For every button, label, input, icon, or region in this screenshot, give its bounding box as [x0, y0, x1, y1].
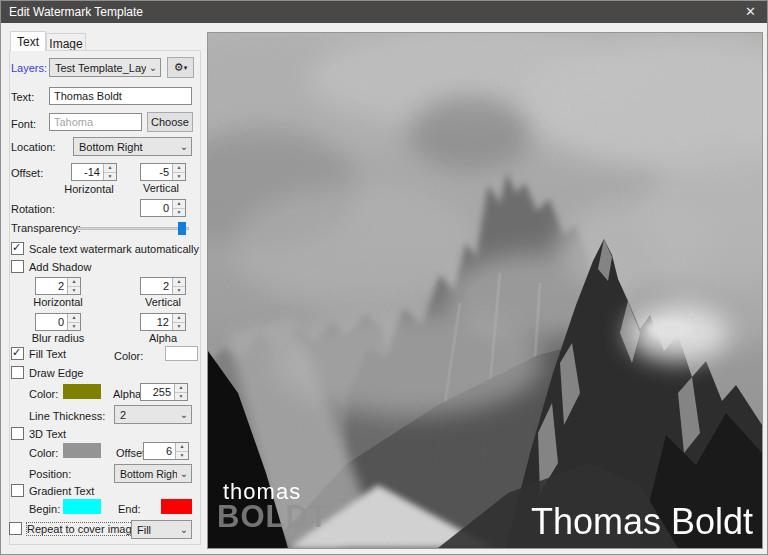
spin-down-icon[interactable]: ▼ [68, 323, 80, 331]
rotation-spinner[interactable]: 0 ▲ ▼ [140, 199, 186, 217]
spin-down-icon[interactable]: ▼ [173, 323, 185, 331]
chevron-down-icon: ⌄ [177, 142, 191, 152]
gradient-begin-label: Begin: [29, 503, 60, 515]
fill-text-checkbox[interactable]: ✓ Fill Text [11, 347, 66, 360]
line-thickness-dropdown[interactable]: 2 ⌄ [114, 405, 192, 424]
offset-horizontal-spinner[interactable]: -14 ▲ ▼ [71, 163, 117, 181]
rotation-label: Rotation: [11, 203, 55, 215]
edge-color-label: Color: [29, 388, 58, 400]
shadow-horizontal-caption: Horizontal [30, 296, 86, 308]
spin-up-icon[interactable]: ▲ [173, 314, 185, 323]
shadow-vertical-value: 2 [141, 278, 172, 294]
fill-text-label: Fill Text [29, 348, 66, 360]
draw-edge-checkbox[interactable]: ✓ Draw Edge [11, 366, 83, 379]
checkbox-box[interactable]: ✓ [11, 484, 24, 497]
spinner-buttons: ▲ ▼ [67, 314, 80, 330]
chevron-down-icon: ⌄ [146, 63, 160, 73]
gradient-text-checkbox[interactable]: ✓ Gradient Text [11, 484, 94, 497]
checkbox-box[interactable]: ✓ [9, 522, 22, 535]
chevron-down-icon: ⌄ [177, 410, 191, 420]
add-shadow-checkbox[interactable]: ✓ Add Shadow [11, 260, 91, 273]
spin-up-icon[interactable]: ▲ [173, 164, 185, 173]
three-d-color-swatch[interactable] [63, 443, 101, 458]
slider-track [77, 227, 189, 230]
gradient-end-label: End: [118, 503, 141, 515]
slider-handle[interactable] [178, 222, 186, 235]
spin-down-icon[interactable]: ▼ [173, 173, 185, 181]
fill-color-swatch[interactable] [165, 346, 198, 361]
layers-label: Layers: [11, 62, 47, 74]
repeat-to-cover-label: Repeat to cover image [27, 523, 138, 535]
spin-down-icon[interactable]: ▼ [175, 393, 187, 401]
spinner-buttons: ▲ ▼ [172, 314, 185, 330]
spin-down-icon[interactable]: ▼ [104, 173, 116, 181]
scale-watermark-checkbox[interactable]: ✓ Scale text watermark automatically [11, 242, 199, 255]
text-label: Text: [11, 91, 34, 103]
checkbox-box[interactable]: ✓ [11, 242, 24, 255]
scale-watermark-label: Scale text watermark automatically [29, 243, 199, 255]
spin-up-icon[interactable]: ▲ [68, 314, 80, 323]
edge-color-swatch[interactable] [63, 384, 101, 399]
spinner-buttons: ▲ ▼ [175, 443, 188, 459]
spin-up-icon[interactable]: ▲ [104, 164, 116, 173]
spin-down-icon[interactable]: ▼ [173, 209, 185, 217]
check-icon: ✓ [12, 346, 21, 359]
checkbox-box[interactable]: ✓ [11, 366, 24, 379]
offset-vertical-value: -5 [141, 164, 172, 180]
line-thickness-label: Line Thickness: [29, 410, 105, 422]
three-d-text-checkbox[interactable]: ✓ 3D Text [11, 427, 66, 440]
repeat-mode-dropdown[interactable]: Fill ⌄ [131, 520, 192, 539]
shadow-alpha-spinner[interactable]: 12 ▲ ▼ [140, 313, 186, 331]
shadow-vertical-spinner[interactable]: 2 ▲ ▼ [140, 277, 186, 295]
dropdown-arrow-icon: ▾ [184, 64, 188, 72]
rotation-value: 0 [141, 200, 172, 216]
repeat-to-cover-checkbox[interactable]: ✓ Repeat to cover image [9, 522, 138, 535]
spin-up-icon[interactable]: ▲ [176, 443, 188, 452]
watermark-text-input[interactable] [49, 87, 192, 105]
edge-alpha-spinner[interactable]: 255 ▲ ▼ [140, 383, 188, 401]
blur-radius-caption: Blur radius [30, 332, 86, 344]
repeat-mode-value: Fill [132, 524, 177, 536]
spin-up-icon[interactable]: ▲ [173, 200, 185, 209]
layer-options-button[interactable]: ⚙ ▾ [167, 57, 194, 78]
checkbox-box[interactable]: ✓ [11, 347, 24, 360]
three-d-text-label: 3D Text [29, 428, 66, 440]
spin-up-icon[interactable]: ▲ [173, 278, 185, 287]
spin-down-icon[interactable]: ▼ [68, 287, 80, 295]
gradient-end-swatch[interactable] [161, 499, 192, 514]
spin-up-icon[interactable]: ▲ [68, 278, 80, 287]
mountain-photo [208, 33, 762, 548]
line-thickness-value: 2 [115, 409, 177, 421]
shadow-vertical-caption: Vertical [135, 296, 191, 308]
spinner-buttons: ▲ ▼ [172, 200, 185, 216]
transparency-slider[interactable] [77, 221, 189, 236]
checkbox-box[interactable]: ✓ [11, 260, 24, 273]
font-input[interactable] [49, 113, 142, 131]
location-dropdown[interactable]: Bottom Right ⌄ [73, 137, 192, 156]
position-dropdown[interactable]: Bottom Right ⌄ [114, 464, 192, 483]
three-d-offset-spinner[interactable]: 6 ▲ ▼ [143, 442, 189, 460]
spin-down-icon[interactable]: ▼ [176, 452, 188, 460]
offset-label: Offset: [11, 167, 43, 179]
chevron-down-icon: ⌄ [177, 469, 191, 479]
horizontal-caption: Horizontal [61, 183, 117, 195]
shadow-horizontal-spinner[interactable]: 2 ▲ ▼ [35, 277, 81, 295]
spin-down-icon[interactable]: ▼ [173, 287, 185, 295]
logo-watermark-line2: BOLDT [217, 499, 329, 535]
draw-edge-label: Draw Edge [29, 367, 83, 379]
offset-vertical-spinner[interactable]: -5 ▲ ▼ [140, 163, 186, 181]
gradient-begin-swatch[interactable] [63, 499, 101, 514]
tab-text[interactable]: Text [10, 31, 46, 51]
spinner-buttons: ▲ ▼ [174, 384, 187, 400]
check-icon: ✓ [12, 241, 21, 254]
vertical-caption: Vertical [133, 182, 189, 194]
choose-font-button[interactable]: Choose [147, 112, 193, 132]
location-dropdown-value: Bottom Right [74, 141, 177, 153]
tab-image[interactable]: Image [46, 33, 86, 51]
checkbox-box[interactable]: ✓ [11, 427, 24, 440]
close-icon[interactable]: ✕ [745, 4, 756, 19]
layers-dropdown[interactable]: Test Template_Layer 1 ⌄ [49, 58, 161, 77]
shadow-blur-spinner[interactable]: 0 ▲ ▼ [35, 313, 81, 331]
spin-up-icon[interactable]: ▲ [175, 384, 187, 393]
layers-dropdown-value: Test Template_Layer 1 [50, 62, 146, 74]
